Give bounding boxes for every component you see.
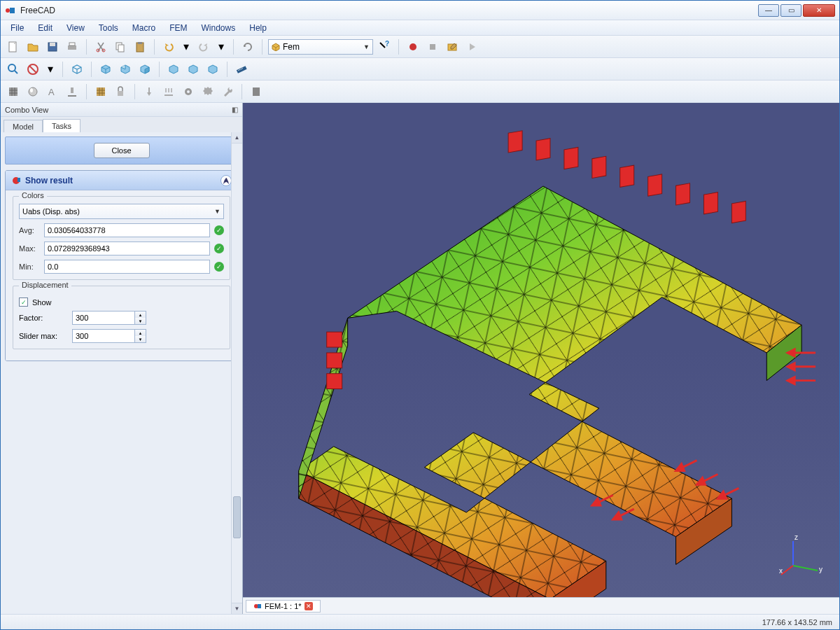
- redo-dropdown-icon[interactable]: ▾: [215, 38, 227, 55]
- combo-view: Combo View ◧ Model Tasks Close Show resu…: [1, 103, 243, 614]
- svg-rect-33: [536, 139, 550, 160]
- fem-gear-icon[interactable]: [180, 83, 197, 100]
- toolbar-separator: [262, 39, 262, 55]
- min-label: Min:: [19, 262, 40, 271]
- measure-icon[interactable]: [233, 61, 250, 78]
- close-button[interactable]: ✕: [803, 4, 835, 17]
- macro-edit-icon[interactable]: [444, 38, 461, 55]
- factor-field[interactable]: [72, 311, 135, 325]
- svg-point-21: [29, 88, 37, 96]
- combo-title: Combo View: [5, 106, 48, 114]
- svg-rect-59: [258, 604, 261, 608]
- doc-tab[interactable]: FEM-1 : 1* ✕: [246, 600, 321, 612]
- draw-style-icon[interactable]: [24, 61, 41, 78]
- zoom-fit-icon[interactable]: [5, 61, 22, 78]
- fem-constraint-icon[interactable]: [64, 83, 80, 100]
- fem-lock-icon[interactable]: [112, 83, 129, 100]
- viewport-3d[interactable]: z y x: [243, 103, 839, 597]
- fem-settings-icon[interactable]: [200, 83, 216, 100]
- maximize-button[interactable]: ▭: [780, 4, 802, 17]
- menu-macro[interactable]: Macro: [127, 22, 161, 34]
- refresh-icon[interactable]: [239, 38, 256, 55]
- task-panel-header[interactable]: Show result ⮝: [6, 171, 237, 190]
- save-icon[interactable]: [44, 38, 61, 55]
- svg-rect-20: [9, 88, 18, 96]
- svg-rect-19: [237, 66, 247, 73]
- redo-icon[interactable]: [195, 38, 212, 55]
- paste-icon[interactable]: [132, 38, 148, 55]
- new-icon[interactable]: [5, 38, 22, 55]
- menu-help[interactable]: Help: [244, 22, 272, 34]
- svg-rect-15: [430, 44, 435, 50]
- spin-down-icon[interactable]: ▼: [135, 318, 146, 324]
- svg-rect-24: [71, 88, 74, 93]
- app-window: FreeCAD — ▭ ✕ File Edit View Tools Macro…: [0, 0, 840, 630]
- menu-file[interactable]: File: [5, 22, 29, 34]
- fem-material-icon[interactable]: [24, 83, 41, 100]
- draw-style-dropdown-icon[interactable]: ▾: [44, 61, 57, 78]
- task-body: Close Show result ⮝ Colors Uabs (Disp. a…: [1, 132, 242, 614]
- scroll-up-icon[interactable]: ▲: [232, 132, 242, 144]
- max-field[interactable]: [44, 241, 210, 255]
- minimize-button[interactable]: —: [758, 4, 779, 17]
- undo-dropdown-icon[interactable]: ▾: [180, 38, 192, 55]
- scroll-thumb[interactable]: [233, 496, 241, 538]
- copy-icon[interactable]: [112, 38, 129, 55]
- spin-down-icon[interactable]: ▼: [135, 336, 146, 342]
- collapse-icon[interactable]: ⮝: [220, 175, 232, 186]
- min-field[interactable]: [44, 260, 210, 274]
- fem-pressure-icon[interactable]: [160, 83, 177, 100]
- factor-stepper[interactable]: ▲▼: [72, 311, 146, 325]
- menu-edit[interactable]: Edit: [32, 22, 58, 34]
- spin-up-icon[interactable]: ▲: [135, 312, 146, 318]
- undock-icon[interactable]: ◧: [232, 106, 238, 113]
- menu-fem[interactable]: FEM: [164, 22, 192, 34]
- toolbar-separator: [159, 62, 160, 77]
- fem-mesh-icon[interactable]: [5, 83, 22, 100]
- fem-solver-icon[interactable]: [92, 83, 109, 100]
- workbench-selector[interactable]: Fem ▼: [268, 39, 373, 55]
- view-right-icon[interactable]: [136, 61, 153, 78]
- fem-wrench-icon[interactable]: [219, 83, 236, 100]
- svg-line-56: [781, 566, 793, 575]
- show-checkbox[interactable]: ✓: [19, 298, 28, 307]
- task-scrollbar[interactable]: ▲ ▼: [231, 132, 242, 614]
- tab-model[interactable]: Model: [4, 120, 43, 133]
- view-iso-icon[interactable]: [69, 61, 85, 78]
- view-top-icon[interactable]: [117, 61, 134, 78]
- menu-view[interactable]: View: [61, 22, 90, 34]
- print-icon[interactable]: [64, 38, 80, 55]
- doc-tab-label: FEM-1 : 1*: [265, 602, 302, 610]
- toolbar-separator: [154, 39, 155, 55]
- open-icon[interactable]: [24, 38, 41, 55]
- svg-point-17: [8, 64, 15, 71]
- fem-analysis-icon[interactable]: A: [44, 83, 61, 100]
- spin-up-icon[interactable]: ▲: [135, 330, 146, 336]
- tab-tasks[interactable]: Tasks: [43, 119, 80, 133]
- cut-icon[interactable]: [92, 38, 109, 55]
- close-task-button[interactable]: Close: [94, 143, 150, 158]
- menu-tools[interactable]: Tools: [93, 22, 124, 34]
- view-bottom-icon[interactable]: [185, 61, 202, 78]
- toolbar-separator: [86, 84, 87, 99]
- view-left-icon[interactable]: [204, 61, 221, 78]
- scroll-down-icon[interactable]: ▼: [232, 603, 242, 614]
- view-rear-icon[interactable]: [165, 61, 182, 78]
- slidermax-stepper[interactable]: ▲▼: [72, 329, 146, 343]
- fem-force-icon[interactable]: [141, 83, 158, 100]
- macro-stop-icon[interactable]: [424, 38, 441, 55]
- slidermax-field[interactable]: [72, 329, 135, 343]
- undo-icon[interactable]: [160, 38, 177, 55]
- fem-result-icon[interactable]: [248, 83, 265, 100]
- close-tab-icon[interactable]: ✕: [304, 602, 313, 610]
- view-front-icon[interactable]: [97, 61, 114, 78]
- max-label: Max:: [19, 244, 40, 253]
- avg-field[interactable]: [44, 223, 210, 237]
- toolbar-separator: [398, 39, 399, 55]
- whatsthis-icon[interactable]: ?: [376, 38, 393, 55]
- menu-windows[interactable]: Windows: [196, 22, 241, 34]
- macro-record-icon[interactable]: [405, 38, 421, 55]
- check-icon: ✓: [214, 225, 224, 235]
- macro-play-icon[interactable]: [463, 38, 480, 55]
- color-mode-select[interactable]: Uabs (Disp. abs) ▼: [19, 204, 224, 219]
